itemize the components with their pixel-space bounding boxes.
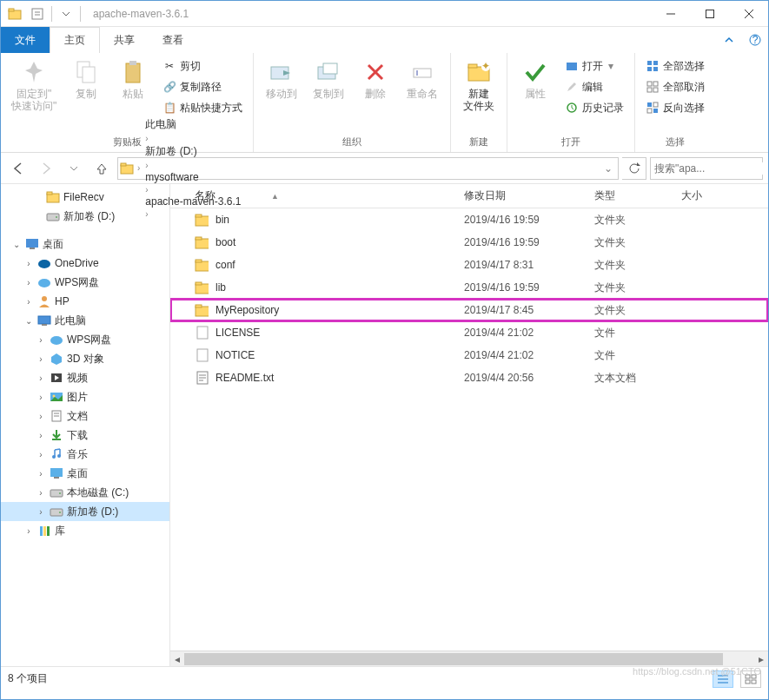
tree-item[interactable]: ⌄此电脑 [1, 311, 169, 330]
search-box[interactable] [650, 157, 763, 180]
file-row[interactable]: MyRepository2019/4/17 8:45文件夹 [170, 299, 768, 321]
tree-item[interactable]: ›桌面 [1, 464, 169, 483]
expand-icon[interactable]: › [36, 507, 46, 517]
tree-item[interactable]: FileRecv [1, 188, 169, 207]
moveto-button[interactable]: 移动到 [261, 56, 302, 102]
forward-button[interactable] [34, 156, 58, 181]
tree-item[interactable]: ›3D 对象 [1, 349, 169, 368]
file-row[interactable]: LICENSE2019/4/4 21:02文件 [170, 321, 768, 344]
up-button[interactable] [89, 156, 114, 181]
search-input[interactable] [654, 162, 769, 175]
qat-dropdown-icon[interactable] [56, 3, 76, 24]
expand-icon[interactable]: › [36, 469, 46, 479]
back-button[interactable] [6, 156, 30, 181]
folder-icon[interactable] [4, 3, 25, 24]
tree-item[interactable]: ›HP [1, 292, 169, 311]
expand-icon[interactable]: › [36, 488, 46, 498]
tab-file[interactable]: 文件 [1, 27, 50, 53]
expand-icon[interactable]: › [23, 297, 34, 307]
delete-button[interactable]: 删除 [355, 56, 396, 102]
help-icon[interactable]: ? [742, 27, 768, 53]
properties-icon[interactable] [27, 3, 48, 24]
ribbon-group-new: ✦ 新建 文件夹 新建 [451, 53, 507, 152]
tree-item[interactable]: ›新加卷 (D:) [1, 502, 169, 521]
tree-item[interactable]: ›WPS网盘 [1, 273, 169, 292]
docs-icon [50, 409, 63, 423]
file-row[interactable]: README.txt2019/4/4 20:56文本文档 [170, 367, 768, 389]
refresh-button[interactable] [622, 157, 646, 180]
expand-icon[interactable]: › [36, 373, 46, 383]
column-date[interactable]: 修改日期 [457, 185, 587, 207]
chevron-right-icon[interactable]: › [143, 134, 149, 143]
expand-icon[interactable]: › [36, 412, 46, 421]
open-button[interactable]: 打开▾ [561, 56, 627, 76]
expand-icon[interactable]: ⌄ [23, 316, 34, 326]
horizontal-scrollbar[interactable]: ◂ ▸ [170, 650, 768, 666]
expand-icon[interactable]: › [36, 354, 46, 364]
tab-view[interactable]: 查看 [149, 27, 197, 53]
file-row[interactable]: boot2019/4/16 19:59文件夹 [170, 231, 768, 254]
expand-icon[interactable]: › [23, 526, 34, 536]
column-type[interactable]: 类型 [587, 185, 674, 207]
expand-icon[interactable]: › [36, 335, 46, 345]
nav-tree[interactable]: FileRecv新加卷 (D:)⌄桌面›OneDrive›WPS网盘›HP⌄此电… [1, 184, 170, 666]
breadcrumb[interactable]: 此电脑 [143, 117, 242, 132]
file-row[interactable]: lib2019/4/16 19:59文件夹 [170, 276, 768, 299]
expand-icon[interactable]: › [36, 431, 46, 440]
expand-icon[interactable]: › [36, 450, 46, 459]
paste-shortcut-button[interactable]: 📋粘贴快捷方式 [159, 98, 246, 117]
chevron-right-icon[interactable]: › [143, 161, 149, 170]
checkmark-icon [521, 58, 549, 86]
tree-item[interactable]: ›视频 [1, 368, 169, 387]
tree-item[interactable]: ›下载 [1, 426, 169, 445]
copy-path-button[interactable]: 🔗复制路径 [159, 77, 246, 96]
address-bar[interactable]: › 此电脑›新加卷 (D:)›mysoftware›apache-maven-3… [117, 157, 619, 180]
file-row[interactable]: NOTICE2019/4/4 21:02文件 [170, 344, 768, 367]
paste-button[interactable]: 粘贴 [112, 56, 154, 102]
cut-button[interactable]: ✂剪切 [159, 56, 246, 76]
new-folder-button[interactable]: ✦ 新建 文件夹 [458, 56, 500, 114]
expand-icon[interactable]: › [36, 393, 46, 402]
tree-item[interactable]: ›库 [1, 521, 169, 540]
file-row[interactable]: bin2019/4/16 19:59文件夹 [170, 208, 768, 231]
tree-item[interactable]: ›本地磁盘 (C:) [1, 483, 169, 502]
svg-rect-26 [567, 63, 577, 70]
rename-button[interactable]: 重命名 [401, 56, 443, 102]
close-button[interactable] [729, 1, 768, 27]
tree-item[interactable]: ›OneDrive [1, 254, 169, 273]
edit-button[interactable]: 编辑 [561, 77, 627, 96]
invert-selection-button[interactable]: 反向选择 [642, 98, 708, 117]
column-name[interactable]: 名称▲ [188, 185, 457, 207]
minimize-button[interactable] [651, 1, 690, 27]
properties-button[interactable]: 属性 [514, 56, 556, 102]
tree-item[interactable]: ›WPS网盘 [1, 330, 169, 349]
scroll-right-icon[interactable]: ▸ [754, 651, 768, 666]
tab-home[interactable]: 主页 [50, 27, 100, 53]
expand-icon[interactable]: ⌄ [11, 240, 22, 249]
pin-button[interactable]: 固定到" 快速访问" [8, 56, 60, 114]
tree-item[interactable]: ›图片 [1, 387, 169, 406]
chevron-down-icon[interactable]: ⌄ [604, 162, 613, 175]
tree-item[interactable]: 新加卷 (D:) [1, 207, 169, 226]
column-size[interactable]: 大小 [674, 185, 768, 207]
expand-icon[interactable]: › [23, 278, 34, 287]
recent-dropdown-icon[interactable] [62, 156, 86, 181]
copy-button[interactable]: 复制 [65, 56, 107, 102]
chevron-right-icon[interactable]: › [136, 163, 142, 173]
tree-item[interactable]: ⌄桌面 [1, 234, 169, 254]
expand-icon[interactable]: › [23, 259, 34, 268]
file-row[interactable]: conf2019/4/17 8:31文件夹 [170, 254, 768, 276]
copyto-button[interactable]: 复制到 [308, 56, 349, 102]
breadcrumb[interactable]: 新加卷 (D:) [143, 144, 242, 159]
ribbon-collapse-icon[interactable] [716, 27, 742, 53]
history-button[interactable]: 历史记录 [561, 98, 627, 117]
tree-item[interactable]: ›音乐 [1, 445, 169, 464]
tree-item[interactable]: ›文档 [1, 406, 169, 426]
scroll-left-icon[interactable]: ◂ [170, 651, 184, 666]
breadcrumb[interactable]: mysoftware [143, 171, 242, 183]
select-all-button[interactable]: 全部选择 [642, 56, 708, 76]
maximize-button[interactable] [690, 1, 729, 27]
tab-share[interactable]: 共享 [100, 27, 149, 53]
scroll-thumb[interactable] [184, 653, 723, 665]
select-none-button[interactable]: 全部取消 [642, 77, 708, 96]
